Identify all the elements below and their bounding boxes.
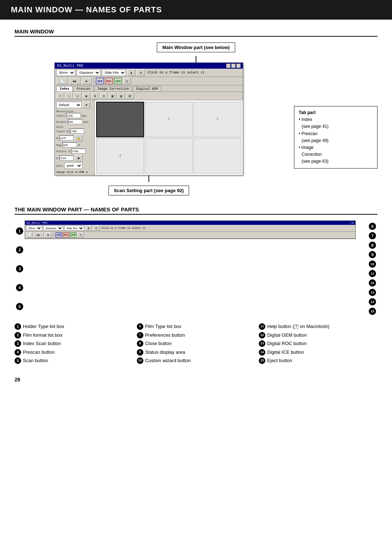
- output-unit: dpi: [83, 120, 89, 123]
- output-row: Output dpi: [56, 119, 93, 124]
- reset-btn[interactable]: ↺: [86, 170, 88, 174]
- close-btn-title[interactable]: ✕: [236, 64, 241, 68]
- inner-btn-2[interactable]: →: [65, 93, 73, 99]
- parts-section-heading: THE MAIN WINDOW PART — NAMES OF PARTS: [15, 206, 377, 215]
- desc-item-2: 2 Film format list box: [15, 332, 133, 339]
- lock2-btn[interactable]: ■: [75, 155, 83, 161]
- roc-btn[interactable]: ROC: [105, 78, 113, 84]
- circle-10: 10: [369, 260, 376, 268]
- small-roc[interactable]: ROC: [63, 232, 69, 238]
- input-field[interactable]: [66, 113, 81, 118]
- small-prescan[interactable]: ▶▶: [33, 232, 44, 238]
- inner-btn-7[interactable]: ▦: [109, 93, 117, 99]
- inputw-label: Input W: [56, 130, 69, 133]
- desc-text-14: Digital ICE button: [267, 349, 304, 356]
- holder-type-select[interactable]: 35mm: [56, 69, 75, 76]
- outputw-field[interactable]: [71, 149, 86, 154]
- desc-text-13: Digital ROC button: [267, 340, 306, 347]
- prescan-btn-tb[interactable]: ▶▶: [69, 78, 81, 84]
- num-8-row: 8: [357, 241, 376, 250]
- inner-btn-9[interactable]: ◩: [126, 93, 134, 99]
- mag-label: Mag: [56, 143, 61, 147]
- small-holder-select[interactable]: 35mm: [26, 226, 42, 231]
- lock-btn[interactable]: 🔒: [75, 135, 83, 141]
- main-window-section: MAIN WINDOW Main Window part (see below)…: [15, 28, 377, 195]
- index-scan-btn-tb[interactable]: 📄: [56, 78, 68, 84]
- tab-prescan[interactable]: Prescan: [73, 86, 94, 92]
- desc-text-7: Preferences button: [145, 332, 185, 339]
- inner-btn-4[interactable]: ■: [82, 93, 90, 99]
- app-window-title: DS_Multi PRO: [57, 64, 83, 68]
- desc-circle-2: 2: [15, 332, 21, 339]
- mag-field[interactable]: [62, 142, 77, 147]
- small-index-scan[interactable]: 📄: [26, 232, 33, 238]
- circle-15: 15: [369, 308, 376, 315]
- small-film-select[interactable]: Glassless: [43, 226, 63, 231]
- num-5-row: 5: [16, 302, 23, 311]
- profile-select[interactable]: Default: [56, 102, 82, 108]
- output-field[interactable]: [68, 119, 82, 124]
- frame-2[interactable]: 2: [145, 102, 193, 137]
- small-ice[interactable]: ICE: [56, 232, 62, 238]
- small-status: Click on a frame to select it.: [101, 227, 147, 230]
- small-app-title: DS_Multi PRO: [26, 221, 48, 224]
- small-gem[interactable]: GEM: [70, 232, 77, 238]
- tab-image-correction[interactable]: Image Correction: [94, 86, 132, 92]
- imagesize-row: Image Size 6.2MB ↺: [56, 170, 93, 174]
- desc-columns: 1 Holder Type list box 2 Film format lis…: [15, 323, 377, 366]
- top-callout-area: Main Window part (see below): [15, 42, 377, 52]
- small-eject[interactable]: ▲: [85, 226, 92, 231]
- frame-3[interactable]: 3: [193, 102, 241, 137]
- eject-btn[interactable]: ▲: [127, 69, 135, 76]
- settings-btn[interactable]: ⚙: [137, 69, 145, 76]
- frame-5[interactable]: [145, 138, 193, 174]
- desc-text-3: Index Scan button: [23, 340, 61, 347]
- desc-circle-9: 9: [137, 349, 143, 356]
- tab-callout-content: Tab part • Index(see page 41) • Prescan(…: [294, 106, 377, 169]
- film-format-select[interactable]: Glassless: [77, 69, 101, 76]
- top-callout-label: Main Window part (see below): [157, 42, 235, 52]
- circle-4: 4: [16, 284, 23, 291]
- inner-btn-1[interactable]: ↩: [56, 93, 64, 99]
- circle-7: 7: [369, 232, 376, 239]
- desc-circle-15: 15: [259, 357, 265, 364]
- gem-btn[interactable]: GEM: [114, 78, 122, 84]
- tab-digital-gem[interactable]: Digital GEM: [133, 86, 161, 92]
- oh-label: H: [56, 157, 58, 160]
- wizard-btn[interactable]: ◎: [123, 78, 131, 84]
- small-scan[interactable]: ▶: [44, 232, 52, 238]
- desc-circle-12: 12: [259, 332, 265, 339]
- small-slide-select[interactable]: Slide Film: [64, 226, 84, 231]
- small-titlebar: DS_Multi PRO _□✕: [25, 221, 355, 225]
- desc-item-15: 15 Eject button: [259, 357, 377, 364]
- desc-item-11: 11 Help button (? on Macintosh): [259, 323, 377, 330]
- ice-btn[interactable]: ICE: [96, 78, 104, 84]
- output-label: Output: [56, 120, 67, 123]
- parts-diagram-container: 1 2 3 4 5 DS_M: [15, 220, 377, 317]
- oh-field[interactable]: [59, 155, 74, 161]
- inner-btn-6[interactable]: ⊟: [100, 93, 108, 99]
- oh-row: H ■: [56, 155, 93, 161]
- num-1-row: 1: [16, 227, 23, 235]
- frame-1[interactable]: 1: [96, 102, 144, 137]
- minimize-btn[interactable]: _: [226, 64, 230, 68]
- inner-btn-5[interactable]: ⊞: [91, 93, 99, 99]
- circle-11: 11: [369, 270, 376, 277]
- small-settings[interactable]: ⚙: [93, 226, 99, 231]
- small-main-toolbar: 35mm Glassless Slide Film ▲ ⚙ Click on a…: [25, 225, 355, 232]
- inner-btn-8[interactable]: ▧: [117, 93, 125, 99]
- frame-6[interactable]: [193, 138, 241, 174]
- small-wizard[interactable]: ◎: [77, 232, 84, 238]
- tab-index[interactable]: Index: [56, 86, 73, 92]
- profile-menu-btn[interactable]: ▼: [82, 102, 90, 108]
- app-sidebar: Default ▼ Resolution Input dpi Output: [55, 100, 95, 175]
- maximize-btn[interactable]: □: [231, 64, 236, 68]
- inner-btn-3[interactable]: ✕: [74, 93, 82, 99]
- scan-btn-tb[interactable]: ▶: [82, 78, 92, 84]
- num-7-row: 7: [357, 231, 376, 240]
- frame-4[interactable]: 4: [96, 138, 144, 174]
- inputw-field[interactable]: [70, 129, 84, 134]
- unit-select[interactable]: pixel: [64, 162, 82, 169]
- h-field[interactable]: [59, 135, 74, 141]
- slide-film-select[interactable]: Slide Film: [102, 69, 126, 76]
